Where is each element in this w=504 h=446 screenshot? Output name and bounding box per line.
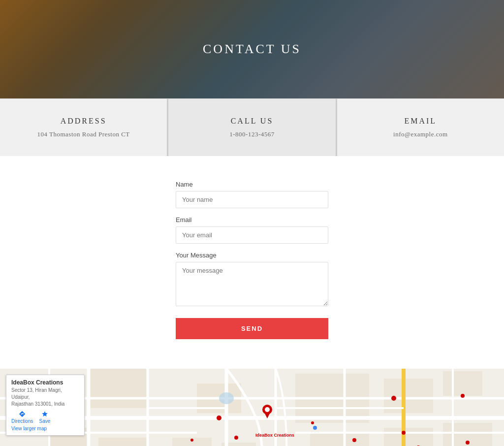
map-pin	[262, 405, 272, 420]
directions-button[interactable]: Directions	[11, 411, 33, 424]
address-title: ADDRESS	[10, 117, 157, 126]
star-icon	[41, 411, 48, 417]
svg-point-35	[391, 396, 396, 401]
email-value: info@example.com	[347, 130, 494, 138]
hero-section: CONTACT US	[0, 0, 504, 98]
email-input[interactable]	[176, 226, 328, 244]
message-field-group: Your Message	[176, 252, 328, 308]
map-info-box: IdeaBox Creations Sector 13, Hiran Magri…	[6, 375, 85, 436]
page-title: CONTACT US	[203, 42, 301, 57]
svg-point-45	[190, 439, 193, 442]
form-wrapper: Name Email Your Message SEND	[176, 181, 328, 339]
map-pin-label: IdeaBox Creations	[255, 433, 294, 438]
svg-point-34	[234, 436, 238, 440]
name-input[interactable]	[176, 191, 328, 208]
business-address: Sector 13, Hiran Magri, Udaipur, Rajasth…	[11, 387, 79, 408]
email-field-group: Email	[176, 216, 328, 244]
message-label: Your Message	[176, 252, 328, 259]
svg-rect-5	[443, 371, 482, 396]
view-larger-map-link[interactable]: View larger map	[11, 426, 79, 431]
svg-point-41	[311, 421, 314, 424]
svg-rect-8	[310, 433, 369, 446]
svg-marker-50	[264, 413, 270, 418]
info-section: ADDRESS 104 Thomaston Road Preston CT CA…	[0, 98, 504, 156]
svg-point-33	[217, 415, 221, 420]
svg-point-47	[219, 392, 234, 404]
location-pin-icon	[262, 405, 272, 418]
business-name: IdeaBox Creations	[11, 379, 79, 386]
email-label: Email	[176, 216, 328, 223]
svg-rect-7	[98, 438, 148, 446]
email-card: EMAIL info@example.com	[337, 99, 504, 156]
callus-card: CALL US 1-800-123-4567	[167, 99, 337, 156]
directions-icon	[19, 411, 26, 417]
svg-rect-9	[384, 428, 433, 446]
send-button[interactable]: SEND	[176, 318, 328, 339]
svg-point-36	[461, 394, 465, 398]
svg-rect-1	[89, 369, 148, 408]
map-section: IdeaBox Creations Sector 13, Hiran Magri…	[0, 369, 504, 446]
svg-point-44	[466, 441, 470, 445]
callus-title: CALL US	[178, 117, 325, 126]
svg-point-39	[352, 438, 356, 442]
svg-point-40	[313, 426, 317, 430]
svg-point-42	[402, 431, 406, 435]
address-card: ADDRESS 104 Thomaston Road Preston CT	[0, 99, 167, 156]
contact-form-section: Name Email Your Message SEND	[0, 156, 504, 369]
svg-point-49	[265, 407, 270, 412]
message-input[interactable]	[176, 262, 328, 306]
name-label: Name	[176, 181, 328, 188]
address-value: 104 Thomaston Road Preston CT	[10, 130, 157, 138]
save-map-button[interactable]: Save	[39, 411, 50, 424]
callus-value: 1-800-123-4567	[178, 130, 325, 138]
email-title: EMAIL	[347, 117, 494, 126]
map-actions: Directions Save	[11, 411, 79, 424]
name-field-group: Name	[176, 181, 328, 208]
